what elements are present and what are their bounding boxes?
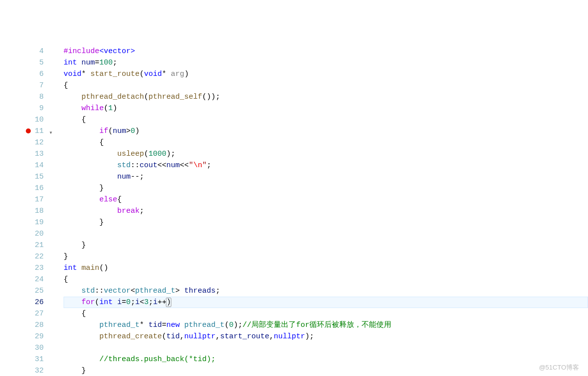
gutter-line[interactable]: 29 bbox=[0, 331, 55, 342]
code-line[interactable]: std::vector<pthread_t> threads; bbox=[64, 285, 588, 297]
token-type: int bbox=[64, 264, 77, 272]
code-line[interactable]: int num=100; bbox=[64, 57, 588, 68]
code-line[interactable]: if(num>0) bbox=[64, 125, 588, 137]
token-punct: { bbox=[64, 275, 68, 284]
line-number: 29 bbox=[35, 331, 44, 342]
code-line[interactable]: } bbox=[64, 240, 588, 251]
line-number: 6 bbox=[39, 68, 44, 80]
code-line[interactable]: while(1) bbox=[64, 103, 588, 114]
line-number: 15 bbox=[35, 171, 44, 183]
token-punct: ; bbox=[113, 59, 117, 67]
token-var: num bbox=[81, 59, 95, 67]
token-num: 3 bbox=[144, 298, 148, 307]
gutter-line[interactable]: 6 bbox=[0, 68, 55, 80]
code-line[interactable]: break; bbox=[64, 205, 588, 217]
token-punct: { bbox=[81, 116, 86, 124]
code-line[interactable]: for(int i=0;i<3;i++) bbox=[64, 297, 588, 308]
code-line[interactable]: { bbox=[64, 114, 588, 125]
breakpoint-icon[interactable] bbox=[26, 128, 31, 133]
gutter-line[interactable]: 16 bbox=[0, 183, 55, 194]
code-line[interactable]: num--; bbox=[64, 171, 588, 183]
token-var: tid bbox=[166, 332, 180, 341]
gutter-line[interactable]: 32 bbox=[0, 365, 55, 376]
token-op: < bbox=[140, 298, 144, 307]
code-line[interactable]: { bbox=[64, 80, 588, 91]
code-line[interactable]: usleep(1000); bbox=[64, 148, 588, 160]
indent bbox=[64, 173, 117, 181]
token-punct: ; bbox=[309, 332, 314, 341]
token-punct: ) bbox=[166, 150, 171, 158]
token-punct: , bbox=[269, 332, 274, 341]
gutter-line[interactable]: 17 bbox=[0, 194, 55, 205]
gutter-line[interactable]: 21 bbox=[0, 240, 55, 251]
code-line[interactable]: int main() bbox=[64, 262, 588, 274]
gutter-line[interactable]: 27 bbox=[0, 308, 55, 319]
gutter-line[interactable]: 28 bbox=[0, 319, 55, 331]
gutter-line[interactable]: 23 bbox=[0, 262, 55, 274]
token-punct: } bbox=[81, 367, 86, 375]
gutter-line[interactable]: 22 bbox=[0, 251, 55, 262]
code-line[interactable]: pthread_create(tid,nullptr,start_route,n… bbox=[64, 331, 588, 342]
code-line[interactable]: void* start_route(void* arg) bbox=[64, 68, 588, 80]
token-num: 1 bbox=[108, 104, 113, 113]
token-esc: \n bbox=[193, 161, 202, 170]
cursor-box: ) bbox=[166, 298, 171, 307]
gutter-line[interactable]: 7 bbox=[0, 80, 55, 91]
token-namespace: std bbox=[81, 287, 95, 295]
line-number: 7 bbox=[39, 80, 44, 91]
code-line[interactable]: #include<vector> bbox=[64, 46, 588, 57]
token-param: arg bbox=[171, 70, 184, 78]
gutter-line[interactable]: 5 bbox=[0, 57, 55, 68]
code-line[interactable] bbox=[64, 228, 588, 240]
gutter-line[interactable]: 11▾ bbox=[0, 125, 55, 137]
gutter-line[interactable]: 14 bbox=[0, 160, 55, 171]
line-number: 24 bbox=[35, 274, 44, 285]
gutter-line[interactable]: 31 bbox=[0, 354, 55, 365]
code-line[interactable]: } bbox=[64, 217, 588, 228]
code-line[interactable]: { bbox=[64, 137, 588, 148]
token-class: pthread_t bbox=[184, 321, 224, 329]
code-line[interactable]: } bbox=[64, 365, 588, 376]
code-editor[interactable]: 4567891011▾12131415161718192021222324252… bbox=[0, 46, 588, 376]
gutter-line[interactable]: 13 bbox=[0, 148, 55, 160]
code-line[interactable] bbox=[64, 342, 588, 354]
gutter-line[interactable]: 25 bbox=[0, 285, 55, 297]
gutter-line[interactable]: 30 bbox=[0, 342, 55, 354]
line-number-gutter[interactable]: 4567891011▾12131415161718192021222324252… bbox=[0, 46, 55, 376]
token-var: num bbox=[117, 173, 131, 181]
code-line[interactable]: //threads.push_back(*tid); bbox=[64, 354, 588, 365]
token-keyword: new bbox=[166, 321, 180, 329]
gutter-line[interactable]: 8 bbox=[0, 91, 55, 103]
token-punct: ) bbox=[211, 93, 216, 101]
code-line[interactable]: pthread_t* tid=new pthread_t(0);//局部变量出了… bbox=[64, 319, 588, 331]
gutter-line[interactable]: 12 bbox=[0, 137, 55, 148]
gutter-line[interactable]: 9 bbox=[0, 103, 55, 114]
gutter-line[interactable]: 15 bbox=[0, 171, 55, 183]
code-area[interactable]: #include<vector>int num=100;void* start_… bbox=[55, 46, 588, 376]
gutter-line[interactable]: 19 bbox=[0, 217, 55, 228]
code-line[interactable]: else{ bbox=[64, 194, 588, 205]
code-line[interactable]: pthread_detach(pthread_self()); bbox=[64, 91, 588, 103]
gutter-line[interactable]: 20 bbox=[0, 228, 55, 240]
token-punct: ; bbox=[216, 93, 220, 101]
token-namespace: std bbox=[117, 161, 131, 170]
gutter-line[interactable]: 24 bbox=[0, 274, 55, 285]
code-line[interactable]: { bbox=[64, 274, 588, 285]
gutter-line[interactable]: 18 bbox=[0, 205, 55, 217]
code-line[interactable]: std::cout<<num<<"\n"; bbox=[64, 160, 588, 171]
code-line[interactable]: { bbox=[64, 308, 588, 319]
gutter-line[interactable]: 26 bbox=[0, 297, 55, 308]
token-control: if bbox=[99, 127, 108, 135]
code-line[interactable]: } bbox=[64, 251, 588, 262]
token-macro: #include bbox=[64, 47, 99, 56]
code-line[interactable]: } bbox=[64, 183, 588, 194]
token-func: pthread_self bbox=[148, 93, 202, 101]
gutter-line[interactable]: 10 bbox=[0, 114, 55, 125]
line-number: 8 bbox=[39, 91, 44, 103]
gutter-line[interactable]: 4 bbox=[0, 46, 55, 57]
token-punct: () bbox=[202, 93, 211, 101]
indent bbox=[64, 207, 117, 215]
token-macroinc: <vector> bbox=[99, 47, 135, 56]
token-op: = bbox=[122, 298, 126, 307]
indent bbox=[64, 161, 117, 170]
